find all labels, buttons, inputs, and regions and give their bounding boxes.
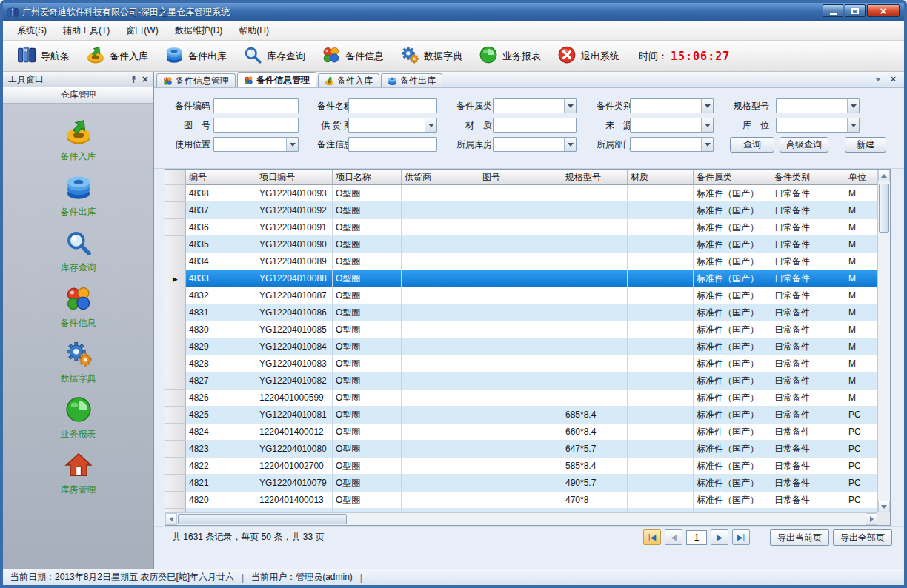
table-row[interactable]: ▶4833YG12204010088O型圈标准件（国产）日常备件M	[165, 270, 877, 287]
toolbar-button-report[interactable]: 业务报表	[471, 42, 549, 70]
toolbar-button-books[interactable]: 导航条	[9, 42, 78, 70]
column-header[interactable]: 编号	[186, 170, 256, 185]
minimize-button[interactable]	[823, 4, 843, 17]
menu-item-5[interactable]: 帮助(H)	[230, 21, 277, 41]
tab-close-icon[interactable]: ×	[888, 74, 899, 84]
column-header[interactable]: 备件属类	[694, 170, 771, 185]
table-row[interactable]: 48241220401400012O型圈660*8.4标准件（国产）日常备件PC	[165, 424, 877, 441]
tab-4[interactable]: 备件出库	[381, 73, 442, 87]
table-row[interactable]: 4831YG12204010086O型圈标准件（国产）日常备件M	[165, 304, 877, 321]
toolbar-button-parts[interactable]: 备件信息	[313, 42, 392, 70]
toolbar-button-outbound[interactable]: 备件出库	[156, 42, 235, 70]
sidebar-item-dict[interactable]: 数据字典	[23, 335, 134, 390]
column-header[interactable]: 规格型号	[562, 170, 628, 185]
toolbar-button-dict[interactable]: 数据字典	[392, 42, 471, 70]
sidebar-item-search[interactable]: 库存查询	[23, 224, 134, 279]
table-row[interactable]: 48261220401000599O型圈标准件（国产）日常备件M	[165, 390, 877, 407]
panel-close-icon[interactable]: ×	[142, 74, 148, 84]
maximize-button[interactable]	[845, 4, 866, 17]
table-row[interactable]: 4828YG12204010083O型圈标准件（国产）日常备件M	[165, 355, 877, 372]
table-row[interactable]: 4837YG12204010092O型圈标准件（国产）日常备件M	[165, 202, 877, 219]
next-page-button[interactable]: ▶	[711, 529, 728, 545]
toolbar-button-exit[interactable]: 退出系统	[549, 42, 628, 70]
search-select-department[interactable]	[630, 137, 714, 152]
column-header[interactable]: 材质	[628, 170, 694, 185]
pin-icon[interactable]	[130, 76, 138, 84]
table-row[interactable]: 48201220401400013O型圈470*8标准件（国产）日常备件PC	[165, 492, 877, 509]
search-select-part-class[interactable]	[630, 98, 714, 113]
search-select-source[interactable]	[630, 118, 714, 133]
first-page-button[interactable]: |◀	[643, 529, 661, 545]
sidebar-item-parts[interactable]: 备件信息	[23, 279, 134, 335]
chevron-down-icon[interactable]	[847, 99, 859, 113]
table-row[interactable]: 4832YG12204010087O型圈标准件（国产）日常备件M	[165, 287, 877, 304]
column-header[interactable]: 图号	[479, 170, 562, 185]
tab-3[interactable]: 备件入库	[318, 73, 379, 87]
search-input-material[interactable]	[493, 118, 577, 133]
table-row[interactable]: 4823YG12204010080O型圈647*5.7标准件（国产）日常备件PC	[165, 441, 877, 458]
page-number-input[interactable]	[686, 530, 707, 545]
vertical-scroll-thumb[interactable]	[879, 184, 889, 233]
menu-item-3[interactable]: 窗口(W)	[118, 21, 166, 41]
tab-2[interactable]: 备件信息管理	[237, 72, 316, 87]
search-select-usage-position[interactable]	[213, 137, 299, 152]
query-button[interactable]: 查询	[730, 137, 774, 153]
search-select-spec-model[interactable]	[776, 98, 860, 113]
tab-list-chevron-down-icon[interactable]	[872, 74, 883, 84]
chevron-down-icon[interactable]	[701, 138, 713, 151]
table-row[interactable]: 4829YG12204010084O型圈标准件（国产）日常备件M	[165, 338, 877, 355]
chevron-down-icon[interactable]	[847, 118, 859, 132]
advanced-query-button[interactable]: 高级查询	[780, 137, 828, 153]
column-header[interactable]: 供货商	[402, 170, 479, 185]
sidebar-item-outbound[interactable]: 备件出库	[23, 168, 134, 224]
export-current-page-button[interactable]: 导出当前页	[770, 529, 829, 546]
table-row[interactable]: 4827YG12204010082O型圈标准件（国产）日常备件M	[165, 372, 877, 390]
scroll-up-icon[interactable]	[878, 170, 890, 181]
column-header[interactable]: 单位	[845, 170, 877, 185]
last-page-button[interactable]: ▶|	[732, 529, 750, 545]
new-button[interactable]: 新建	[845, 137, 886, 153]
vertical-scrollbar[interactable]	[877, 170, 890, 512]
menu-item-4[interactable]: 数据维护(D)	[167, 21, 231, 41]
search-input-part-code[interactable]	[213, 98, 299, 113]
horizontal-scrollbar[interactable]	[165, 512, 877, 525]
export-all-pages-button[interactable]: 导出全部页	[833, 529, 892, 546]
toolbar-button-search[interactable]: 库存查询	[235, 42, 313, 70]
horizontal-scroll-thumb[interactable]	[178, 514, 347, 524]
tab-1[interactable]: 备件信息管理	[156, 73, 236, 87]
search-input-drawing-no[interactable]	[213, 118, 299, 133]
table-row[interactable]: 4838YG12204010093O型圈标准件（国产）日常备件M	[165, 185, 877, 202]
column-header[interactable]: 项目名称	[333, 170, 402, 185]
table-row[interactable]: 4834YG12204010089O型圈标准件（国产）日常备件M	[165, 253, 877, 270]
sidebar-item-inbound[interactable]: 备件入库	[23, 113, 134, 168]
table-row[interactable]: 4825YG12204010081O型圈685*8.4标准件（国产）日常备件PC	[165, 407, 877, 424]
table-row[interactable]: 4835YG12204010090O型圈标准件（国产）日常备件M	[165, 236, 877, 253]
chevron-down-icon[interactable]	[425, 118, 436, 132]
search-input-part-name[interactable]	[348, 98, 437, 113]
table-row[interactable]: 4821YG12204010079O型圈490*5.7标准件（国产）日常备件PC	[165, 475, 877, 492]
column-header[interactable]: 项目编号	[256, 170, 333, 185]
sidebar-item-report[interactable]: 业务报表	[23, 390, 134, 446]
search-select-location[interactable]	[776, 118, 860, 133]
scroll-right-icon[interactable]	[866, 513, 877, 525]
chevron-down-icon[interactable]	[286, 138, 298, 151]
column-header[interactable]: 备件类别	[771, 170, 845, 185]
table-row[interactable]: 4830YG12204010085O型圈标准件（国产）日常备件M	[165, 321, 877, 338]
search-select-part-category[interactable]	[493, 98, 577, 113]
sidebar-item-house[interactable]: 库房管理	[23, 446, 134, 501]
chevron-down-icon[interactable]	[701, 99, 713, 113]
chevron-down-icon[interactable]	[564, 99, 576, 113]
scroll-down-icon[interactable]	[878, 501, 890, 512]
chevron-down-icon[interactable]	[701, 118, 713, 132]
chevron-down-icon[interactable]	[564, 138, 576, 151]
menu-item-1[interactable]: 系统(S)	[9, 21, 55, 41]
prev-page-button[interactable]: ◀	[665, 529, 682, 545]
search-select-warehouse[interactable]	[493, 137, 577, 152]
toolbar-button-inbound[interactable]: 备件入库	[78, 42, 156, 70]
search-input-remark[interactable]	[348, 137, 437, 152]
table-row[interactable]: 4836YG12204010091O型圈标准件（国产）日常备件M	[165, 219, 877, 236]
menu-item-2[interactable]: 辅助工具(T)	[55, 21, 118, 41]
table-row[interactable]: 48221220401002700O型圈585*8.4标准件（国产）日常备件PC	[165, 458, 877, 475]
scroll-left-icon[interactable]	[165, 513, 177, 525]
close-button[interactable]: ×	[867, 4, 900, 17]
